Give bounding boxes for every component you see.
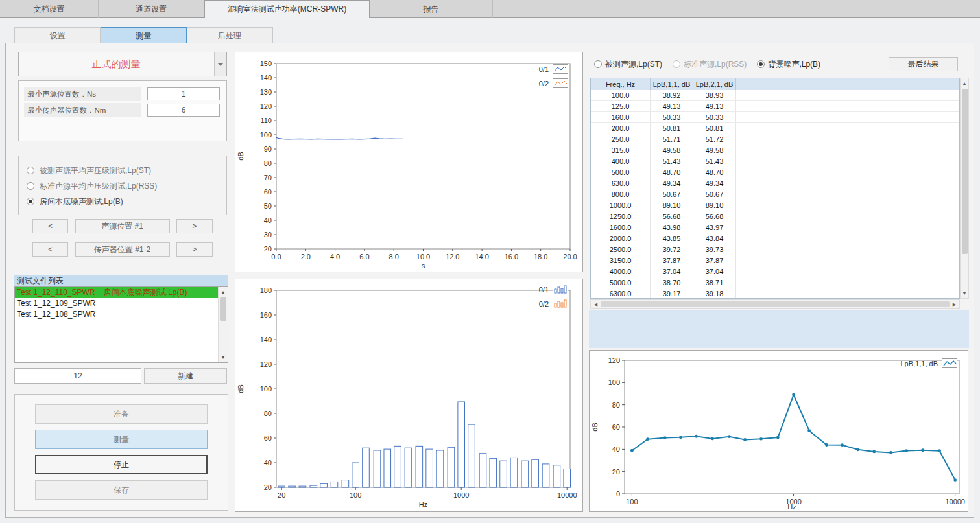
legend-label: 0/2 [539, 80, 549, 87]
result-table-row[interactable]: 1250.056.6856.68 [591, 211, 959, 222]
file-list-item[interactable]: Test 1_12_110_SPWR 房间本底噪声测试,Lp(B) [15, 287, 218, 298]
svg-text:90: 90 [264, 145, 272, 153]
result-table-row[interactable]: 1000.089.1089.10 [591, 200, 959, 211]
scroll-thumb[interactable] [601, 301, 950, 307]
result-table-cell: 39.72 [651, 244, 693, 255]
display-source-radio-option[interactable]: 标准声源,Lp(RSS) [673, 59, 747, 70]
svg-text:10000: 10000 [557, 491, 577, 499]
parameter-input[interactable] [147, 87, 220, 100]
svg-text:6.0: 6.0 [359, 253, 369, 261]
result-table-row[interactable]: 500.048.7048.70 [591, 167, 959, 178]
result-table-cell: 43.97 [693, 222, 736, 233]
top-tab-3[interactable]: 混响室法测试声功率(MCR-SPWR) [204, 0, 370, 18]
position-nav: <声源位置 #1><传声器位置 #1-2> [32, 219, 213, 257]
test-type-radio-option[interactable]: 房间本底噪声测试,Lp(B) [27, 194, 226, 209]
sub-tab-3[interactable]: 后处理 [187, 27, 273, 43]
result-table-cell: 1250.0 [591, 211, 651, 222]
result-table-row[interactable]: 2500.039.7239.73 [591, 244, 959, 255]
result-table-row[interactable]: 6300.039.1739.18 [591, 288, 959, 299]
result-table-row[interactable]: 4000.037.0437.04 [591, 266, 959, 277]
result-table-cell: 160.0 [591, 112, 651, 123]
dropdown-arrow-icon[interactable] [214, 52, 226, 76]
scroll-thumb[interactable] [220, 297, 226, 321]
svg-text:120: 120 [608, 356, 620, 364]
file-number-input[interactable] [14, 368, 141, 384]
top-tab-1[interactable]: 文档设置 [0, 0, 99, 18]
result-table-cell: 51.71 [651, 134, 693, 145]
nav-prev-button[interactable]: < [32, 242, 68, 257]
result-table-row[interactable]: 250.051.7151.72 [591, 134, 959, 145]
svg-text:80: 80 [264, 159, 272, 167]
result-table-row[interactable]: 1600.043.9843.97 [591, 222, 959, 233]
scroll-up-icon[interactable]: ▲ [219, 287, 228, 297]
result-table-row[interactable]: 400.051.4351.43 [591, 156, 959, 167]
result-table-row[interactable]: 630.049.3449.34 [591, 178, 959, 189]
result-table-row[interactable]: 800.050.6750.67 [591, 189, 959, 200]
result-table-cell: 100.0 [591, 90, 651, 101]
file-list-item[interactable]: Test 1_12_108_SPWR [15, 309, 218, 320]
result-table-row[interactable]: 315.049.5849.58 [591, 145, 959, 156]
scroll-thumb[interactable] [962, 89, 968, 254]
svg-text:60: 60 [264, 434, 272, 442]
result-table-row[interactable]: 3150.037.8737.87 [591, 255, 959, 266]
result-table-cell: 51.72 [693, 134, 736, 145]
scroll-down-icon[interactable]: ▼ [219, 353, 228, 362]
scroll-down-icon[interactable]: ▼ [961, 288, 968, 298]
svg-text:20: 20 [264, 483, 272, 491]
sub-tab-bar: 设置测量后处理 [14, 27, 273, 43]
result-table-cell-filler [736, 167, 959, 178]
result-table-row[interactable]: 100.038.9238.93 [591, 90, 959, 101]
scroll-right-icon[interactable]: ▶ [950, 300, 959, 308]
result-table-cell: 2000.0 [591, 233, 651, 244]
measure-button[interactable]: 测量 [35, 430, 208, 449]
svg-text:40: 40 [264, 459, 272, 467]
stop-button[interactable]: 停止 [35, 455, 208, 474]
nav-prev-button[interactable]: < [32, 219, 68, 233]
parameter-input[interactable] [147, 104, 220, 117]
scroll-up-icon[interactable]: ▲ [961, 78, 968, 88]
radio-circle-icon [757, 60, 765, 68]
result-table-cell: 37.87 [651, 255, 693, 266]
result-table-cell: 400.0 [591, 156, 651, 167]
result-table-cell: 38.71 [693, 277, 736, 288]
save-button[interactable]: 保存 [35, 480, 208, 500]
sub-tab-1[interactable]: 设置 [14, 27, 101, 43]
result-table-row[interactable]: 5000.038.7038.71 [591, 277, 959, 288]
result-line-chart: 020406080100120100100010000HzdB [590, 351, 968, 511]
result-table-header-filler [736, 78, 959, 90]
result-table-cell: 50.81 [651, 123, 693, 134]
sub-tab-2[interactable]: 测量 [101, 27, 187, 43]
table-horizontal-scrollbar[interactable]: ◀ ▶ [590, 299, 960, 309]
radio-circle-icon [27, 182, 34, 190]
result-table-cell: 49.13 [651, 101, 693, 112]
file-list-scrollbar[interactable]: ▲ ▼ [218, 287, 228, 362]
chart-panel-time: 20304050607080901001101201301401500.02.0… [235, 52, 583, 272]
result-table-cell: 37.04 [651, 266, 693, 277]
result-table-row[interactable]: 125.049.1349.13 [591, 101, 959, 112]
top-tab-4[interactable]: 报告 [370, 0, 493, 18]
prepare-button[interactable]: 准备 [35, 404, 208, 424]
result-table-cell: 6300.0 [591, 288, 651, 299]
test-type-radio-option[interactable]: 被测声源平均声压级测试,Lp(ST) [27, 163, 226, 178]
result-table-cell: 125.0 [591, 101, 651, 112]
result-table-row[interactable]: 160.050.3350.33 [591, 112, 959, 123]
measurement-mode-select[interactable]: 正式的测量 [18, 52, 227, 76]
svg-text:8.0: 8.0 [389, 253, 399, 261]
display-source-radio-option[interactable]: 背景噪声,Lp(B) [757, 59, 820, 70]
file-list-item[interactable]: Test 1_12_109_SPWR [15, 298, 218, 309]
table-vertical-scrollbar[interactable]: ▲ ▼ [960, 78, 969, 299]
nav-label-button[interactable]: 传声器位置 #1-2 [75, 242, 170, 257]
test-type-radio-option[interactable]: 标准声源平均声压级测试,Lp(RSS) [27, 178, 226, 194]
new-file-button[interactable]: 新建 [144, 368, 227, 384]
nav-label-button[interactable]: 声源位置 #1 [75, 219, 170, 233]
result-table-row[interactable]: 200.050.8150.81 [591, 123, 959, 134]
display-source-radio-option[interactable]: 被测声源,Lp(ST) [594, 59, 662, 70]
scroll-left-icon[interactable]: ◀ [591, 300, 601, 308]
final-result-button[interactable]: 最后结果 [889, 57, 958, 71]
nav-next-button[interactable]: > [176, 219, 213, 233]
result-table-cell: 50.67 [651, 189, 693, 200]
radio-circle-icon [594, 60, 602, 68]
top-tab-2[interactable]: 通道设置 [99, 0, 204, 18]
nav-next-button[interactable]: > [176, 242, 213, 257]
result-table-row[interactable]: 2000.043.8543.84 [591, 233, 959, 244]
